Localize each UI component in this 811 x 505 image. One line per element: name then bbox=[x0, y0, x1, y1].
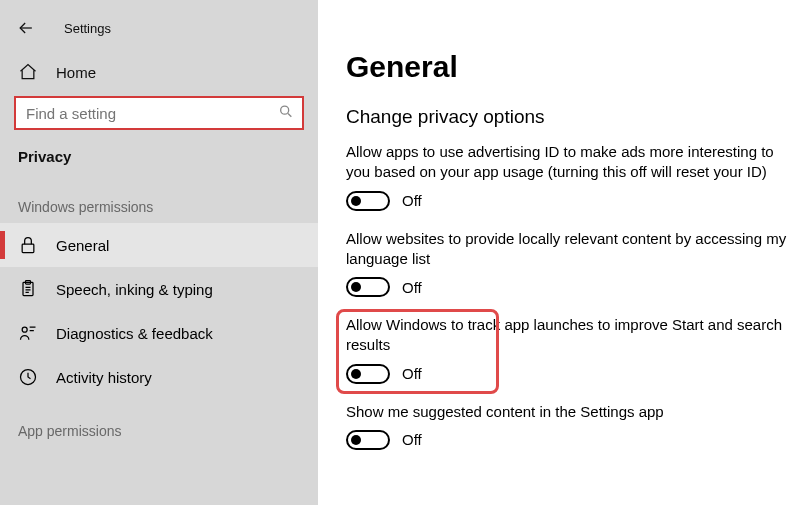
search-icon bbox=[278, 104, 294, 123]
setting-advertising-id: Allow apps to use advertising ID to make… bbox=[346, 142, 789, 211]
setting-suggested-content: Show me suggested content in the Setting… bbox=[346, 402, 789, 450]
nav-activity[interactable]: Activity history bbox=[0, 355, 318, 399]
svg-rect-1 bbox=[22, 244, 34, 252]
feedback-icon bbox=[18, 323, 38, 343]
toggle-advertising-id[interactable] bbox=[346, 191, 390, 211]
history-icon bbox=[18, 367, 38, 387]
nav-label: Activity history bbox=[56, 369, 152, 386]
setting-language-list: Allow websites to provide locally releva… bbox=[346, 229, 789, 298]
nav-label: General bbox=[56, 237, 109, 254]
toggle-state: Off bbox=[402, 431, 422, 448]
nav-label: Diagnostics & feedback bbox=[56, 325, 213, 342]
toggle-state: Off bbox=[402, 279, 422, 296]
toggle-state: Off bbox=[402, 192, 422, 209]
category-windows-permissions: Windows permissions bbox=[0, 175, 318, 223]
setting-desc: Allow Windows to track app launches to i… bbox=[346, 315, 789, 356]
toggle-state: Off bbox=[402, 365, 422, 382]
setting-desc: Show me suggested content in the Setting… bbox=[346, 402, 789, 422]
svg-point-4 bbox=[22, 327, 27, 332]
home-icon bbox=[18, 62, 38, 82]
category-app-permissions: App permissions bbox=[0, 399, 318, 447]
toggle-suggested-content[interactable] bbox=[346, 430, 390, 450]
home-label: Home bbox=[56, 64, 96, 81]
search-input[interactable] bbox=[14, 96, 304, 130]
setting-desc: Allow apps to use advertising ID to make… bbox=[346, 142, 789, 183]
toggle-track-launches[interactable] bbox=[346, 364, 390, 384]
svg-point-0 bbox=[281, 106, 289, 114]
lock-icon bbox=[18, 235, 38, 255]
setting-desc: Allow websites to provide locally releva… bbox=[346, 229, 789, 270]
nav-general[interactable]: General bbox=[0, 223, 318, 267]
home-nav[interactable]: Home bbox=[0, 56, 318, 92]
section-heading: Privacy bbox=[0, 144, 318, 175]
page-subheading: Change privacy options bbox=[346, 106, 789, 128]
nav-speech[interactable]: Speech, inking & typing bbox=[0, 267, 318, 311]
clipboard-icon bbox=[18, 279, 38, 299]
back-button[interactable] bbox=[12, 14, 40, 42]
setting-track-launches: Allow Windows to track app launches to i… bbox=[346, 315, 789, 384]
nav-label: Speech, inking & typing bbox=[56, 281, 213, 298]
nav-diagnostics[interactable]: Diagnostics & feedback bbox=[0, 311, 318, 355]
toggle-language-list[interactable] bbox=[346, 277, 390, 297]
page-title: General bbox=[346, 50, 789, 84]
window-title: Settings bbox=[64, 21, 111, 36]
